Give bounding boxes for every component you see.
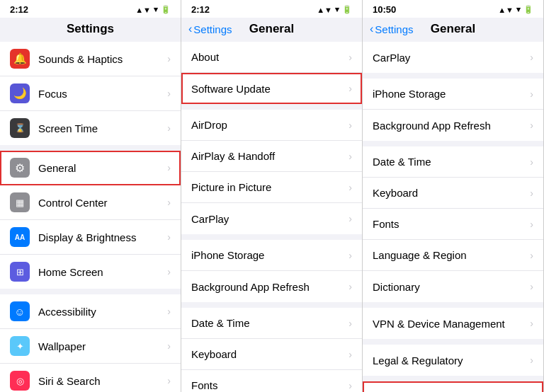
focus-icon: 🌙 [10, 83, 30, 103]
wifi-icon-2: ▾ [335, 5, 339, 14]
back-button-3[interactable]: ‹ Settings [370, 23, 414, 35]
siri-label: Siri & Search [38, 375, 167, 387]
controlcenter-label: Control Center [38, 197, 167, 209]
fonts-chevron: › [348, 380, 352, 391]
row-vpn[interactable]: VPN & Device Management › [363, 308, 543, 339]
row-sounds[interactable]: 🔔 Sounds & Haptics › [0, 42, 181, 76]
display-label: Display & Brightness [38, 231, 167, 243]
legal-label: Legal & Regulatory [373, 354, 530, 367]
row-siri[interactable]: ◎ Siri & Search › [0, 364, 181, 392]
carplay2-chevron: › [530, 52, 533, 63]
row-datetime[interactable]: Date & Time › [181, 308, 362, 339]
row-keyboard2[interactable]: Keyboard › [363, 178, 543, 209]
group-general: ⚙ General › ▦ Control Center › AA Displa… [0, 151, 181, 289]
panel-1-settings: 2:12 ▲▼ ▾ 🔋 Settings 🔔 Sounds & Haptics … [0, 0, 181, 392]
carplay2-label: CarPlay [373, 52, 530, 64]
spacer-2 [0, 289, 181, 294]
keyboard2-label: Keyboard [373, 187, 530, 199]
row-fonts[interactable]: Fonts › [181, 370, 362, 392]
group-storage: iPhone Storage › Background App Refresh … [181, 240, 362, 302]
row-backgroundapp2[interactable]: Background App Refresh › [363, 110, 543, 141]
wallpaper-icon: ✦ [10, 336, 30, 356]
row-dictionary2[interactable]: Dictionary › [363, 271, 543, 302]
screentime-label: Screen Time [38, 122, 167, 134]
row-display[interactable]: AA Display & Brightness › [0, 220, 181, 255]
display-chevron: › [167, 231, 171, 243]
spacer-1 [0, 145, 181, 151]
vpn-chevron: › [530, 318, 533, 329]
general-chevron: › [167, 162, 171, 173]
signal-icon: ▲▼ [135, 6, 151, 14]
datetime-chevron: › [348, 318, 352, 329]
airdrop-label: AirDrop [191, 119, 348, 131]
datetime2-label: Date & Time [373, 156, 530, 168]
row-airdrop[interactable]: AirDrop › [181, 110, 362, 141]
status-bar-3: 10:50 ▲▼ ▾ 🔋 [363, 0, 543, 18]
dictionary2-label: Dictionary [373, 281, 530, 293]
sounds-chevron: › [167, 53, 171, 64]
row-wallpaper[interactable]: ✦ Wallpaper › [0, 329, 181, 364]
row-focus[interactable]: 🌙 Focus › [0, 76, 181, 111]
nav-header-2: ‹ Settings General [181, 18, 362, 42]
row-general[interactable]: ⚙ General › [0, 151, 181, 185]
row-softwareupdate[interactable]: Software Update › [181, 73, 362, 104]
iphonestorage-label: iPhone Storage [191, 249, 348, 261]
back-label-3: Settings [375, 23, 413, 35]
spacer-p2-1 [181, 104, 362, 110]
spacer-p3-1 [363, 73, 543, 79]
status-bar-2: 2:12 ▲▼ ▾ 🔋 [181, 0, 362, 18]
controlcenter-icon: ▦ [10, 192, 30, 212]
legal-chevron: › [530, 354, 533, 366]
row-screentime[interactable]: ⌛ Screen Time › [0, 111, 181, 145]
general-label: General [38, 162, 167, 174]
wallpaper-chevron: › [167, 340, 171, 352]
row-datetime2[interactable]: Date & Time › [363, 146, 543, 178]
homescreen-label: Home Screen [38, 266, 167, 278]
row-airplay[interactable]: AirPlay & Handoff › [181, 141, 362, 172]
row-homescreen[interactable]: ⊞ Home Screen › [0, 255, 181, 289]
battery-icon-2: 🔋 [342, 5, 352, 14]
backgroundapp-chevron: › [348, 281, 352, 292]
datetime-label: Date & Time [191, 317, 348, 329]
backgroundapp2-label: Background App Refresh [373, 120, 530, 132]
panel-3-general-scrolled: 10:50 ▲▼ ▾ 🔋 ‹ Settings General CarPlay … [363, 0, 544, 392]
sounds-icon: 🔔 [10, 49, 30, 69]
carplay-chevron: › [348, 213, 352, 224]
iphonestorage-chevron: › [348, 250, 352, 261]
group-datetime2: Date & Time › Keyboard › Fonts › Languag… [363, 146, 543, 302]
row-language2[interactable]: Language & Region › [363, 240, 543, 271]
row-carplay2[interactable]: CarPlay › [363, 42, 543, 73]
row-iphonestorage[interactable]: iPhone Storage › [181, 240, 362, 271]
airplay-label: AirPlay & Handoff [191, 150, 348, 162]
language2-chevron: › [530, 250, 533, 261]
group-airdrop: AirDrop › AirPlay & Handoff › Picture in… [181, 110, 362, 234]
row-iphonestorage2[interactable]: iPhone Storage › [363, 79, 543, 110]
status-icons-2: ▲▼ ▾ 🔋 [317, 5, 352, 14]
controlcenter-chevron: › [167, 197, 171, 208]
row-fonts2[interactable]: Fonts › [363, 209, 543, 240]
row-controlcenter[interactable]: ▦ Control Center › [0, 185, 181, 220]
row-transfer[interactable]: Transfer or Reset iPhone › [363, 381, 543, 392]
row-pip[interactable]: Picture in Picture › [181, 172, 362, 203]
airplay-chevron: › [348, 151, 352, 162]
group-legal: Legal & Regulatory › [363, 345, 543, 376]
signal-icon-3: ▲▼ [498, 6, 514, 14]
back-label-2: Settings [193, 23, 232, 35]
display-icon: AA [10, 227, 30, 247]
row-legal[interactable]: Legal & Regulatory › [363, 345, 543, 376]
row-about[interactable]: About › [181, 42, 362, 73]
group-transfer: Transfer or Reset iPhone › [363, 381, 543, 392]
row-accessibility[interactable]: ☺ Accessibility › [0, 294, 181, 329]
backgroundapp-label: Background App Refresh [191, 281, 348, 293]
back-button-2[interactable]: ‹ Settings [188, 23, 232, 35]
row-keyboard[interactable]: Keyboard › [181, 339, 362, 370]
group-accessibility: ☺ Accessibility › ✦ Wallpaper › ◎ Siri &… [0, 294, 181, 392]
row-carplay[interactable]: CarPlay › [181, 203, 362, 234]
sounds-label: Sounds & Haptics [38, 53, 167, 65]
focus-label: Focus [38, 88, 167, 100]
backgroundapp2-chevron: › [530, 120, 533, 131]
time-2: 2:12 [191, 4, 210, 15]
row-backgroundapp[interactable]: Background App Refresh › [181, 271, 362, 302]
pip-chevron: › [348, 182, 352, 193]
about-chevron: › [348, 52, 352, 63]
